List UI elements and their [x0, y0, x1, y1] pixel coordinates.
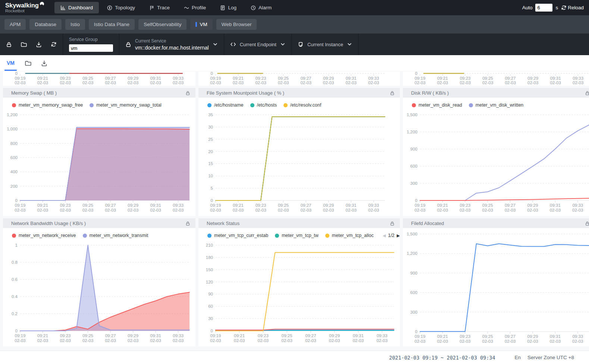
dashboard-tab-database[interactable]: Database	[29, 19, 62, 30]
legend-item-meter-vm-tcp-alloc[interactable]: meter_vm_tcp_alloc	[325, 233, 374, 238]
view-tab-vm[interactable]: VM	[6, 55, 15, 71]
svg-text:02-03: 02-03	[105, 80, 116, 85]
svg-text:09:33: 09:33	[572, 203, 583, 208]
lock-icon[interactable]	[390, 221, 395, 226]
chart-filefd-allocated[interactable]: 03006009001,2001,50009:1902-0309:2102-03…	[403, 229, 589, 346]
partial-chart[interactable]: 009:1902-0309:2102-0309:2302-0309:2502-0…	[403, 72, 589, 86]
folder-button[interactable]	[16, 41, 31, 47]
svg-text:0: 0	[211, 72, 213, 76]
chart-container[interactable]: 03006009001,2001,50009:1902-0309:2102-03…	[403, 110, 589, 217]
svg-text:02-03: 02-03	[210, 80, 221, 85]
chart-container[interactable]: 030609012015018021009:1902-0309:2102-030…	[198, 240, 400, 347]
svg-text:09:23: 09:23	[256, 76, 266, 80]
svg-text:09:31: 09:31	[550, 334, 561, 339]
current-endpoint-selector[interactable]: Current Endpoint	[224, 34, 291, 55]
svg-text:09:19: 09:19	[210, 203, 221, 208]
dashboard-tab-apm[interactable]: APM	[4, 19, 26, 30]
nav-item-alarm[interactable]: Alarm	[245, 2, 278, 13]
nav-item-trace[interactable]: Trace	[143, 2, 176, 13]
reload-button[interactable]: Reload	[561, 5, 584, 10]
dashboard-tab-istio-data-plane[interactable]: Istio Data Plane	[89, 19, 135, 30]
app-logo[interactable]: Skywalking Rocketbot	[5, 2, 54, 13]
lock-icon[interactable]	[390, 91, 395, 95]
legend-prev-icon[interactable]: ◀	[383, 233, 386, 238]
legend-dot	[83, 234, 87, 238]
legend-item-meter-vm-disk-read[interactable]: meter_vm_disk_read	[412, 102, 462, 108]
chart-container[interactable]: 02004006008001,0001,20009:1902-0309:2102…	[3, 110, 195, 217]
svg-text:30: 30	[208, 316, 213, 321]
legend-label: /etc/hosts	[257, 102, 277, 108]
legend-item-meter-vm-tcp-tw[interactable]: meter_vm_tcp_tw	[275, 233, 319, 238]
svg-text:02-03: 02-03	[82, 80, 93, 85]
lock-icon[interactable]	[585, 221, 589, 226]
svg-text:09:31: 09:31	[150, 203, 161, 208]
svg-text:02-03: 02-03	[573, 80, 583, 85]
svg-text:09:21: 09:21	[37, 76, 48, 80]
lock-button[interactable]	[1, 41, 16, 47]
chevron-down-icon	[213, 42, 218, 47]
lock-icon[interactable]	[585, 91, 589, 95]
nav-item-topology[interactable]: Topology	[101, 2, 141, 13]
svg-text:20: 20	[208, 149, 213, 154]
dashboard-tab-selfobservability[interactable]: SelfObservability	[138, 19, 187, 30]
svg-text:09:19: 09:19	[210, 76, 221, 80]
auto-interval-input[interactable]	[535, 4, 552, 12]
legend-label: meter_vm_tcp_alloc	[332, 233, 374, 238]
time-range[interactable]: 2021-02-03 09:19 ~ 2021-02-03 09:34	[389, 355, 495, 361]
svg-text:09:29: 09:29	[323, 76, 334, 80]
chart-memory-swap-mb[interactable]: 02004006008001,0001,20009:1902-0309:2102…	[3, 110, 195, 215]
lock-icon[interactable]	[185, 91, 190, 95]
nav-item-log[interactable]: Log	[214, 2, 242, 13]
partial-chart[interactable]: 009:1902-0309:2102-0309:2302-0309:2502-0…	[3, 72, 195, 86]
view-tab-bar: VM	[0, 55, 589, 71]
view-export-button[interactable]	[41, 60, 47, 66]
chart-container[interactable]: 00.20.40.60.8109:1902-0309:2102-0309:230…	[3, 240, 195, 347]
legend-item-meter-vm-disk-written[interactable]: meter_vm_disk_written	[469, 102, 524, 108]
svg-text:0.6: 0.6	[12, 277, 18, 282]
dashboard-tab-istio[interactable]: Istio	[65, 19, 85, 30]
svg-text:02-03: 02-03	[376, 338, 387, 343]
view-folder-button[interactable]	[25, 60, 31, 66]
service-group-input[interactable]	[69, 44, 113, 52]
current-service-label: Current Service	[135, 38, 209, 44]
legend-item-meter-vm-network-receive[interactable]: meter_vm_network_receive	[12, 233, 76, 238]
legend-item-meter-vm-memory-swap-free[interactable]: meter_vm_memory_swap_free	[12, 102, 83, 108]
nav-item-dashboard[interactable]: Dashboard	[54, 2, 99, 13]
legend-item-etc-hosts[interactable]: /etc/hosts	[250, 102, 277, 108]
chart-container[interactable]: 03006009001,2001,50009:1902-0309:2102-03…	[403, 229, 589, 348]
svg-text:02-03: 02-03	[414, 339, 425, 344]
view-tab-label: VM	[7, 60, 15, 66]
service-group-label: Service Group	[69, 37, 113, 42]
dashboard-tab-label: VM	[200, 22, 207, 27]
refresh-icon	[51, 41, 57, 47]
refresh-button[interactable]	[46, 41, 61, 47]
chart-disk-r-w-kb-s[interactable]: 03006009001,2001,50009:1902-0309:2102-03…	[403, 110, 589, 215]
svg-text:02-03: 02-03	[437, 339, 448, 344]
dashboard-tab-vm[interactable]: VM	[190, 19, 212, 30]
lock-icon[interactable]	[185, 221, 190, 226]
panel-memory-swap-mb: Memory Swap ( MB )meter_vm_memory_swap_f…	[3, 88, 195, 216]
language-selector[interactable]: En	[515, 355, 521, 360]
partial-chart[interactable]: 009:1902-0309:2102-0309:2302-0309:2502-0…	[198, 72, 391, 86]
svg-text:09:33: 09:33	[368, 203, 379, 208]
svg-text:02-03: 02-03	[82, 338, 93, 343]
nav-item-profile[interactable]: Profile	[178, 2, 212, 13]
chart-network-bandwidth-usage-kb-s[interactable]: 00.20.40.60.8109:1902-0309:2102-0309:230…	[3, 240, 195, 346]
legend-dot	[12, 234, 16, 238]
legend-item-meter-vm-tcp-curr-estab[interactable]: meter_vm_tcp_curr_estab	[207, 233, 268, 238]
chart-legend: /etc/hostname/etc/hosts/etc/resolv.conf	[207, 101, 400, 110]
legend-next-icon[interactable]: ▶	[397, 233, 400, 238]
server-zone[interactable]: Server Zone UTC +8	[527, 355, 574, 360]
legend-item-meter-vm-network-transmit[interactable]: meter_vm_network_transmit	[83, 233, 148, 238]
chart-file-system-mountpoint-usage[interactable]: 0510152025303509:1902-0309:2102-0309:230…	[198, 110, 391, 215]
export-button[interactable]	[31, 41, 46, 47]
svg-text:09:21: 09:21	[233, 76, 244, 80]
legend-item-etc-resolv-conf[interactable]: /etc/resolv.conf	[283, 102, 321, 108]
legend-item-etc-hostname[interactable]: /etc/hostname	[207, 102, 244, 108]
chart-network-status[interactable]: 030609012015018021009:1902-0309:2102-030…	[198, 240, 400, 346]
current-service-selector[interactable]: Current Service vm::docker.for.mac.host.…	[119, 34, 224, 55]
current-instance-selector[interactable]: Current Instance	[291, 34, 358, 55]
legend-item-meter-vm-memory-swap-total[interactable]: meter_vm_memory_swap_total	[90, 102, 161, 108]
chart-container[interactable]: 0510152025303509:1902-0309:2102-0309:230…	[198, 110, 400, 217]
dashboard-tab-web-browser[interactable]: Web Browser	[216, 19, 257, 30]
